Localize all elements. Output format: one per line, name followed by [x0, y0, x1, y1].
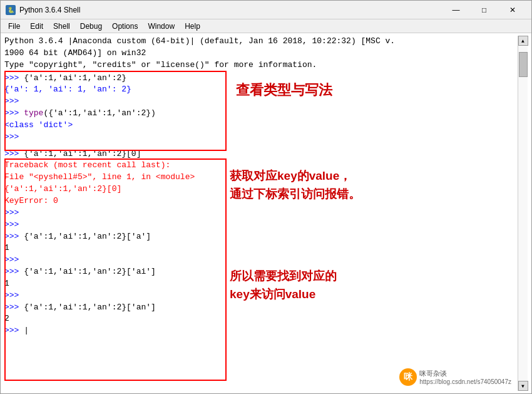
watermark-icon: 咪	[399, 368, 417, 386]
output-12: 2	[4, 313, 518, 325]
python-shell-window: 🐍 Python 3.6.4 Shell — □ ✕ File Edit She…	[0, 0, 532, 394]
title-bar: 🐍 Python 3.6.4 Shell — □ ✕	[1, 1, 531, 19]
prompt-7: >>>	[4, 219, 518, 231]
output-8: 1	[4, 242, 518, 254]
python-header-line1: Python 3.6.4 |Anaconda custom (64-bit)| …	[4, 36, 518, 48]
prompt-12: >>> {'a':1,'ai':1,'an':2}['an']	[4, 302, 518, 314]
watermark-url: https://blog.csdn.net/s74050047z	[419, 378, 511, 385]
menu-window[interactable]: Window	[143, 21, 180, 32]
watermark: 咪 咪哥杂谈 https://blog.csdn.net/s74050047z	[399, 368, 511, 386]
close-button[interactable]: ✕	[498, 1, 526, 19]
output-3: <class 'dict'>	[4, 120, 518, 132]
prompt-3: >>> type({'a':1,'ai':1,'an':2})	[4, 108, 518, 120]
scrollbar[interactable]: ▲ ▼	[518, 36, 528, 391]
annotation-bottom-right: 所以需要找到对应的 key来访问value	[230, 267, 337, 303]
python-header-line2: 1900 64 bit (AMD64)] on win32	[4, 48, 518, 60]
annotation-mid-right: 获取对应key的value， 通过下标索引访问报错。	[230, 167, 361, 203]
maximize-button[interactable]: □	[470, 1, 498, 19]
menu-edit[interactable]: Edit	[25, 21, 48, 32]
shell-content: Python 3.6.4 |Anaconda custom (64-bit)| …	[1, 33, 531, 393]
menu-bar: File Edit Shell Debug Options Window Hel…	[1, 19, 531, 33]
watermark-channel: 咪哥杂谈	[419, 369, 511, 378]
annotation-top-right: 查看类型与写法	[236, 80, 332, 100]
prompt-5: >>> {'a':1,'ai':1,'an':2}[0]	[4, 148, 518, 160]
window-title: Python 3.6.4 Shell	[19, 6, 442, 14]
prompt-4: >>>	[4, 132, 518, 143]
menu-debug[interactable]: Debug	[75, 21, 107, 32]
python-header-line3: Type "copyright", "credits" or "license(…	[4, 60, 518, 71]
app-icon: 🐍	[6, 5, 16, 15]
scrollbar-thumb[interactable]	[519, 52, 528, 77]
menu-help[interactable]: Help	[180, 21, 205, 32]
watermark-info: 咪哥杂谈 https://blog.csdn.net/s74050047z	[419, 369, 511, 385]
prompt-13: >>> |	[4, 325, 518, 337]
scroll-up-arrow[interactable]: ▲	[518, 36, 528, 46]
shell-main[interactable]: Python 3.6.4 |Anaconda custom (64-bit)| …	[4, 36, 518, 391]
prompt-8: >>> {'a':1,'ai':1,'an':2}['a']	[4, 231, 518, 243]
menu-file[interactable]: File	[3, 21, 25, 32]
prompt-6: >>>	[4, 207, 518, 219]
menu-options[interactable]: Options	[107, 21, 143, 32]
scroll-down-arrow[interactable]: ▼	[518, 381, 528, 391]
minimize-button[interactable]: —	[442, 1, 470, 19]
prompt-9: >>>	[4, 254, 518, 266]
menu-shell[interactable]: Shell	[48, 21, 75, 32]
window-controls: — □ ✕	[442, 1, 526, 19]
scrollbar-track[interactable]	[518, 46, 528, 381]
